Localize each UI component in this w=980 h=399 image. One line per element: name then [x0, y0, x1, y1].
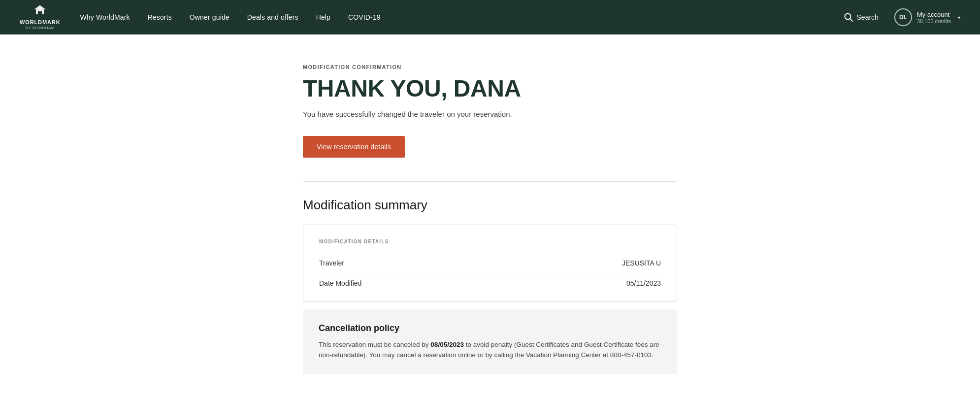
traveler-value: JESUSITA U — [622, 259, 661, 267]
cancellation-policy-card: Cancellation policy This reservation mus… — [303, 309, 677, 374]
modification-summary-heading: Modification summary — [303, 198, 677, 213]
search-label: Search — [857, 13, 879, 21]
cancellation-policy-text: This reservation must be canceled by 08/… — [319, 339, 661, 361]
logo-text: WORLDMARK — [20, 19, 60, 26]
account-name: My account — [917, 11, 951, 18]
cancellation-policy-heading: Cancellation policy — [319, 323, 661, 333]
modification-details-card: MODIFICATION DETAILS Traveler JESUSITA U… — [303, 225, 677, 301]
chevron-down-icon: ▾ — [958, 15, 960, 20]
cancellation-date: 08/05/2023 — [430, 341, 464, 348]
thank-you-heading: THANK YOU, DANA — [303, 76, 677, 102]
logo[interactable]: WORLDMARK BY WYNDHAM — [20, 4, 60, 30]
date-modified-value: 05/11/2023 — [626, 279, 661, 287]
date-modified-label: Date Modified — [319, 279, 361, 287]
nav-link-deals[interactable]: Deals and offers — [247, 13, 298, 21]
date-modified-row: Date Modified 05/11/2023 — [319, 273, 661, 287]
search-icon — [844, 13, 853, 22]
nav-link-owner-guide[interactable]: Owner guide — [190, 13, 229, 21]
account-credits: 38,100 credits — [917, 18, 951, 24]
section-divider — [303, 181, 677, 182]
nav-link-why-worldmark[interactable]: Why WorldMark — [80, 13, 130, 21]
logo-icon — [31, 4, 49, 18]
view-reservation-details-button[interactable]: View reservation details — [303, 136, 405, 158]
nav-link-covid[interactable]: COVID-19 — [348, 13, 381, 21]
nav-link-resorts[interactable]: Resorts — [148, 13, 172, 21]
account-info: My account 38,100 credits — [917, 11, 951, 24]
navbar: WORLDMARK BY WYNDHAM Why WorldMark Resor… — [0, 0, 980, 34]
success-message: You have successfully changed the travel… — [303, 110, 677, 118]
modification-confirmation-label: MODIFICATION CONFIRMATION — [303, 64, 677, 70]
nav-links: Why WorldMark Resorts Owner guide Deals … — [80, 13, 844, 21]
modification-details-label: MODIFICATION DETAILS — [319, 239, 661, 244]
cancellation-text-before: This reservation must be canceled by — [319, 341, 430, 348]
svg-line-2 — [850, 19, 852, 21]
account-button[interactable]: DL My account 38,100 credits ▾ — [894, 8, 960, 26]
nav-link-help[interactable]: Help — [316, 13, 330, 21]
traveler-label: Traveler — [319, 259, 344, 267]
logo-subtitle: BY WYNDHAM — [26, 26, 55, 30]
nav-right: Search DL My account 38,100 credits ▾ — [844, 8, 960, 26]
main-content: MODIFICATION CONFIRMATION THANK YOU, DAN… — [145, 34, 835, 399]
search-button[interactable]: Search — [844, 13, 879, 22]
avatar: DL — [894, 8, 912, 26]
traveler-row: Traveler JESUSITA U — [319, 253, 661, 273]
